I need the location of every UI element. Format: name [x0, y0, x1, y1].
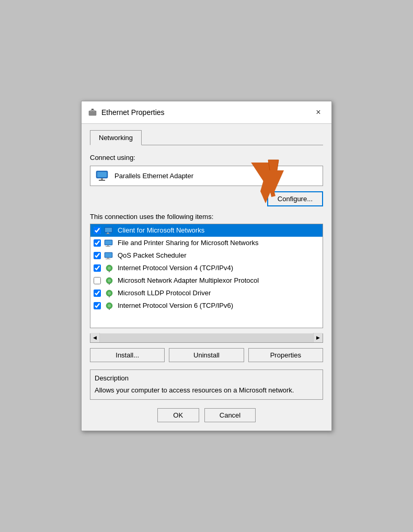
svg-rect-31: [109, 284, 110, 285]
description-group: Description Allows your computer to acce…: [90, 369, 323, 400]
description-text: Allows your computer to access resources…: [95, 385, 318, 396]
list-item[interactable]: Internet Protocol Version 6 (TCP/IPv6): [90, 299, 323, 312]
svg-rect-6: [101, 178, 103, 180]
svg-rect-28: [109, 271, 110, 272]
item-checkbox-2[interactable]: [94, 239, 101, 247]
svg-rect-3: [91, 109, 94, 110]
svg-rect-17: [106, 234, 110, 234]
svg-rect-23: [105, 253, 112, 257]
ethernet-icon: [88, 108, 97, 117]
svg-rect-0: [89, 111, 96, 115]
network-protocol-icon-7: [104, 302, 114, 310]
list-item[interactable]: Microsoft Network Adapter Multiplexor Pr…: [90, 274, 323, 287]
item-1-label: Client for Microsoft Networks: [118, 226, 204, 234]
list-item[interactable]: Internet Protocol Version 4 (TCP/IPv4): [90, 262, 323, 274]
install-button[interactable]: Install...: [90, 348, 165, 362]
svg-point-30: [108, 279, 111, 282]
svg-point-33: [108, 292, 111, 295]
svg-rect-34: [109, 296, 110, 297]
uninstall-button[interactable]: Uninstall: [169, 348, 244, 362]
close-button[interactable]: ×: [312, 106, 325, 119]
network-qos-icon: [104, 251, 114, 260]
dialog-body: Networking Connect using: Parallels Ethe…: [82, 124, 331, 431]
configure-button[interactable]: Configure...: [267, 191, 323, 206]
scroll-left-arrow[interactable]: ◀: [90, 333, 100, 342]
item-checkbox-6[interactable]: [94, 290, 101, 297]
item-5-label: Microsoft Network Adapter Multiplexor Pr…: [118, 276, 259, 284]
items-list[interactable]: Client for Microsoft Networks File and P…: [90, 224, 323, 328]
horizontal-scrollbar[interactable]: ◀ ▶: [90, 333, 323, 343]
ok-button[interactable]: OK: [157, 408, 199, 422]
items-label: This connection uses the following items…: [90, 213, 323, 221]
network-protocol-icon-5: [104, 276, 114, 285]
svg-rect-37: [109, 309, 110, 310]
svg-rect-21: [106, 246, 110, 247]
svg-rect-16: [107, 233, 109, 234]
network-share-icon: [104, 239, 114, 247]
configure-row: Configure...: [90, 191, 323, 206]
network-protocol-icon-6: [104, 289, 114, 297]
svg-rect-5: [97, 172, 107, 177]
scroll-right-arrow[interactable]: ▶: [313, 333, 323, 342]
title-left: Ethernet Properties: [88, 108, 165, 117]
list-item[interactable]: Client for Microsoft Networks: [90, 224, 323, 237]
footer-buttons: OK Cancel: [90, 408, 323, 422]
item-6-label: Microsoft LLDP Protocol Driver: [118, 289, 211, 297]
item-2-label: File and Printer Sharing for Microsoft N…: [118, 239, 258, 247]
adapter-icon: [96, 169, 110, 182]
items-list-wrapper: Client for Microsoft Networks File and P…: [90, 224, 323, 328]
list-item[interactable]: File and Printer Sharing for Microsoft N…: [90, 237, 323, 249]
ethernet-properties-dialog: Ethernet Properties × Networking Connect…: [81, 101, 332, 432]
item-checkbox-1[interactable]: [94, 227, 101, 234]
item-checkbox-3[interactable]: [94, 252, 101, 259]
dialog-title: Ethernet Properties: [101, 108, 165, 117]
tab-networking[interactable]: Networking: [90, 130, 142, 145]
title-bar: Ethernet Properties ×: [82, 101, 331, 124]
network-client-icon: [104, 226, 114, 235]
svg-rect-15: [105, 228, 112, 232]
adapter-name: Parallels Ethernet Adapter: [114, 172, 193, 180]
item-7-label: Internet Protocol Version 6 (TCP/IPv6): [118, 302, 233, 309]
svg-point-36: [108, 304, 111, 307]
svg-rect-20: [107, 245, 109, 246]
item-4-label: Internet Protocol Version 4 (TCP/IPv4): [118, 264, 233, 272]
adapter-box: Parallels Ethernet Adapter: [90, 166, 323, 186]
action-buttons: Install... Uninstall Properties: [90, 348, 323, 362]
list-item[interactable]: Microsoft LLDP Protocol Driver: [90, 287, 323, 299]
cancel-button[interactable]: Cancel: [204, 408, 256, 422]
scroll-track-h: [100, 333, 313, 342]
tab-bar: Networking: [90, 130, 323, 145]
properties-button[interactable]: Properties: [248, 348, 323, 362]
item-checkbox-4[interactable]: [94, 264, 101, 272]
configure-area: Configure...: [90, 191, 323, 206]
svg-rect-7: [99, 180, 105, 181]
list-item[interactable]: QoS Packet Scheduler: [90, 249, 323, 262]
connect-using-label: Connect using:: [90, 154, 323, 161]
item-3-label: QoS Packet Scheduler: [118, 251, 187, 259]
svg-point-27: [108, 267, 111, 270]
item-checkbox-5[interactable]: [94, 277, 101, 284]
item-checkbox-7[interactable]: [94, 302, 101, 309]
svg-rect-24: [107, 258, 109, 259]
network-protocol-icon-4: [104, 264, 114, 272]
svg-rect-19: [105, 240, 112, 245]
description-title: Description: [95, 374, 318, 382]
svg-rect-25: [106, 259, 110, 259]
